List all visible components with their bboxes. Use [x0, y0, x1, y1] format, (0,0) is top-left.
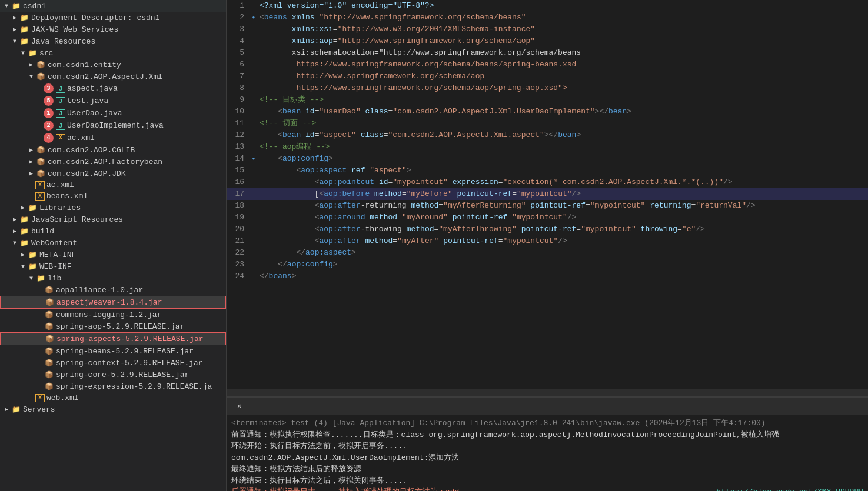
line-content: <!-- aop编程 --> [257, 141, 868, 153]
tree-arrow: ▼ [19, 263, 27, 270]
folder-icon: 📁 [35, 273, 46, 283]
sidebar-item-com.csdn2.AOP.CGLIB[interactable]: ▶📦com.csdn2.AOP.CGLIB [0, 144, 226, 156]
sidebar-item-csdn1[interactable]: ▼📁csdn1 [0, 0, 226, 12]
sidebar-item-spring-core-5.2.9.RELEASE.jar[interactable]: 📦spring-core-5.2.9.RELEASE.jar [0, 369, 226, 380]
sidebar-item-spring-aop-5.2.9.RELEASE.jar[interactable]: 📦spring-aop-5.2.9.RELEASE.jar [0, 320, 226, 332]
sidebar-item-ac.xml[interactable]: 4Xac.xml [0, 132, 226, 144]
line-number: 19 [227, 212, 250, 223]
item-label: spring-aspects-5.2.9.RELEASE.jar [56, 335, 204, 343]
line-dot [250, 0, 257, 12]
sidebar-item-spring-context-5.2.9.RELEASE.jar[interactable]: 📦spring-context-5.2.9.RELEASE.jar [0, 357, 226, 369]
jar-icon: 📦 [44, 334, 55, 343]
sidebar-item-META-INF[interactable]: ▶📁META-INF [0, 249, 226, 260]
sidebar-item-aspectjweaver-1.8.4.jar[interactable]: 📦aspectjweaver-1.8.4.jar [0, 296, 226, 309]
xml-icon: X [56, 134, 65, 142]
line-number: 8 [227, 82, 250, 94]
code-line-2: 2●<beans xmlns="http://www.springframewo… [227, 12, 868, 24]
java-icon: J [56, 122, 65, 130]
design-tab[interactable] [231, 392, 241, 394]
line-dot [250, 129, 257, 141]
sidebar-item-build[interactable]: ▶📁build [0, 225, 226, 237]
sidebar-item-WEB-INF[interactable]: ▼📁WEB-INF [0, 260, 226, 272]
line-number: 18 [227, 200, 250, 212]
console-close-icon[interactable]: ✕ [237, 402, 241, 410]
item-label: src [39, 49, 53, 58]
sidebar-item-jaxws[interactable]: ▶📁JAX-WS Web Services [0, 24, 226, 35]
tree-arrow: ▼ [27, 74, 35, 80]
line-content: <aop:config> [257, 153, 868, 165]
sidebar-item-WebContent[interactable]: ▼📁WebContent [0, 237, 226, 249]
sidebar-item-spring-beans-5.2.9.RELEASE.jar[interactable]: 📦spring-beans-5.2.9.RELEASE.jar [0, 345, 226, 357]
item-label: ac.xml [67, 133, 95, 142]
folder-icon: 📁 [19, 36, 29, 46]
item-label: com.csdn1.entity [48, 61, 121, 69]
line-number: 15 [227, 165, 250, 176]
sidebar-item-spring-expression-5.2.9.RELEASE.jar[interactable]: 📦spring-expression-5.2.9.RELEASE.ja [0, 380, 226, 392]
line-content: <bean id="aspect" class="com.csdn2.AOP.A… [257, 129, 868, 141]
sidebar-item-spring-aspects-5.2.9.RELEASE.jar[interactable]: 📦spring-aspects-5.2.9.RELEASE.jar [0, 332, 226, 345]
console-link[interactable]: https://blog.csdn.net/XMY_UPUPUP [716, 486, 863, 491]
line-number: 9 [227, 94, 250, 106]
sidebar-item-deployment[interactable]: ▶📁Deployment Descriptor: csdn1 [0, 12, 226, 24]
code-line-15: 15 <aop:aspect ref="aspect"> [227, 165, 868, 176]
sidebar-item-ac.xml2[interactable]: Xac.xml [0, 179, 226, 191]
line-content: xmlns:aop="http://www.springframework.or… [257, 35, 868, 47]
line-dot [250, 235, 257, 247]
code-line-14: 14● <aop:config> [227, 153, 868, 165]
jar-icon: 📦 [44, 382, 54, 391]
item-label: Java Resources [31, 37, 95, 46]
line-content: http://www.springframework.org/schema/ao… [257, 71, 868, 82]
sidebar-item-lib[interactable]: ▼📁lib [0, 272, 226, 284]
line-content: <aop:after method="myAfter" pointcut-ref… [257, 235, 868, 247]
sidebar-item-UserDaoImplement.java[interactable]: 2JUserDaoImplement.java [0, 119, 226, 132]
line-number: 17 [227, 188, 250, 200]
code-line-24: 24</beans> [227, 270, 868, 282]
item-label: aspectjweaver-1.8.4.jar [56, 298, 162, 307]
line-content: <aop:pointcut id="mypointcut" expression… [257, 176, 868, 188]
sidebar-item-java-resources[interactable]: ▼📁Java Resources [0, 35, 226, 47]
console-terminated: <terminated> test (4) [Java Application]… [231, 417, 863, 429]
code-editor: 1<?xml version="1.0" encoding="UTF-8"?>2… [227, 0, 868, 389]
line-content: <aop:after-throwing method="myAfterThrow… [257, 223, 868, 235]
sidebar-item-aspect.java[interactable]: 3Jaspect.java [0, 82, 226, 95]
sidebar-item-com.csdn1.entity[interactable]: ▶📦com.csdn1.entity [0, 59, 226, 71]
line-dot [250, 247, 257, 259]
folder-icon: 📁 [19, 215, 29, 224]
code-line-23: 23 </aop:config> [227, 259, 868, 270]
sidebar-item-commons-logging-1.2.jar[interactable]: 📦commons-logging-1.2.jar [0, 309, 226, 320]
item-label: WebContent [31, 239, 77, 248]
source-tab[interactable] [241, 392, 250, 394]
code-line-1: 1<?xml version="1.0" encoding="UTF-8"?> [227, 0, 868, 12]
java-icon: J [56, 97, 65, 105]
line-content: https://www.springframework.org/schema/a… [257, 82, 868, 94]
item-label: com.csdn2.AOP.Factorybean [48, 158, 162, 166]
sidebar-item-Servers[interactable]: ▶📁Servers [0, 403, 226, 415]
tree-arrow: ▼ [2, 3, 11, 9]
line-number: 14 [227, 153, 250, 165]
sidebar-item-Libraries[interactable]: ▶📁Libraries [0, 202, 226, 213]
folder-icon: 📁 [11, 405, 21, 414]
code-line-12: 12 <bean id="aspect" class="com.csdn2.AO… [227, 129, 868, 141]
sidebar-item-web.xml[interactable]: Xweb.xml [0, 392, 226, 403]
code-line-13: 13<!-- aop编程 --> [227, 141, 868, 153]
sidebar-item-com.csdn2.AOP.AspectJ.Xml[interactable]: ▼📦com.csdn2.AOP.AspectJ.Xml [0, 71, 226, 82]
tree-arrow: ▶ [27, 146, 35, 153]
sidebar-item-src[interactable]: ▼📁src [0, 47, 226, 59]
item-label: web.xml [46, 393, 79, 402]
sidebar-item-com.csdn2.AOP.JDK[interactable]: ▶📦com.csdn2.AOP.JDK [0, 168, 226, 179]
code-line-16: 16 <aop:pointcut id="mypointcut" express… [227, 176, 868, 188]
sidebar-item-beans.xml[interactable]: Xbeans.xml [0, 191, 226, 202]
line-content: [<aop:before method="myBefore" pointcut-… [257, 188, 868, 200]
sidebar-item-com.csdn2.AOP.Factorybean[interactable]: ▶📦com.csdn2.AOP.Factorybean [0, 156, 226, 168]
sidebar-item-JavaScript-Resources[interactable]: ▶📁JavaScript Resources [0, 213, 226, 225]
line-dot [250, 35, 257, 47]
code-line-5: 5 xsi:schemaLocation="http://www.springf… [227, 47, 868, 59]
sidebar-item-aopalliance-1.0.jar[interactable]: 📦aopalliance-1.0.jar [0, 284, 226, 296]
sidebar-item-UserDao.java[interactable]: 1JUserDao.java [0, 107, 226, 119]
jar-icon: 📦 [44, 285, 54, 295]
tree-arrow: ▶ [2, 406, 11, 413]
line-number: 2 [227, 12, 250, 24]
jar-icon: 📦 [44, 346, 54, 356]
line-dot: ● [250, 153, 257, 165]
sidebar-item-test.java[interactable]: 5Jtest.java [0, 95, 226, 107]
